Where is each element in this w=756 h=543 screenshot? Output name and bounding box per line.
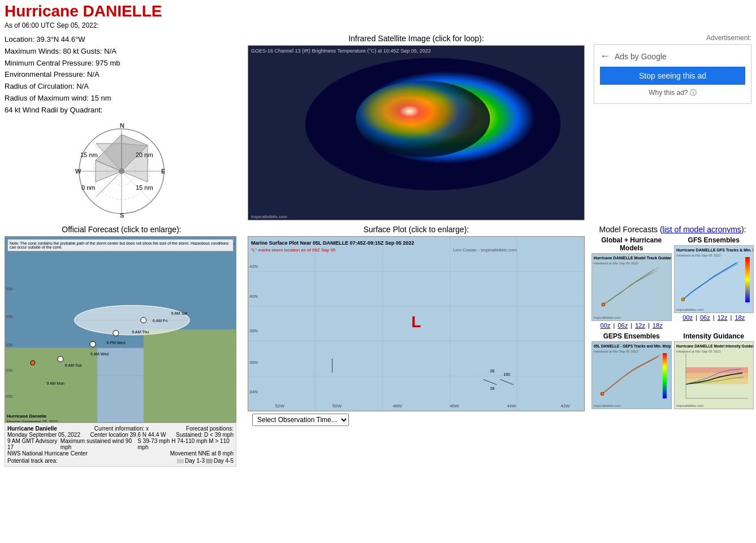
svg-point-31 (31, 360, 35, 365)
model-acronyms-link[interactable]: list of model acronyms (663, 225, 741, 234)
satellite-image[interactable]: GOES-16 Channel 13 (IR) Brightness Tempe… (248, 45, 585, 220)
gfs-image[interactable]: Hurricane DANIELLE GFS Tracks & Min. MSL… (674, 245, 754, 313)
forecast-movement: Movement NNE at 8 mph (170, 450, 234, 457)
ad-back-arrow[interactable]: ← (600, 50, 610, 62)
svg-text:160: 160 (503, 372, 510, 376)
gfs-col: GFS Ensembles Hurricane DANIELLE GFS Tra… (674, 236, 754, 329)
intensity-svg: Hurricane DANIELLE Model Intensity Guida… (675, 342, 754, 409)
svg-text:tropicaltidbits.com: tropicaltidbits.com (594, 404, 621, 407)
svg-text:28: 28 (490, 369, 495, 373)
track-area-label: Potential track area: (7, 458, 58, 464)
svg-text:Monday September 05, 2022: Monday September 05, 2022 (7, 420, 58, 422)
timestamp: As of 06:00 UTC Sep 05, 2022: (5, 21, 751, 29)
surface-title: Surface Plot (click to enlarge): (248, 225, 585, 234)
svg-text:L: L (411, 313, 421, 331)
gfs-18z[interactable]: 18z (735, 314, 745, 321)
svg-text:52W: 52W (275, 403, 285, 409)
svg-text:40N: 40N (249, 294, 258, 299)
svg-text:42W: 42W (560, 403, 570, 409)
svg-text:tropicaltidbits.com: tropicaltidbits.com (676, 404, 703, 407)
storm-info: Location: 39.3°N 44.6°W Maximum Winds: 8… (5, 34, 239, 116)
compass-svg: N S E W 15 nm 20 nm 0 nm 15 nm (74, 123, 170, 219)
global-18z[interactable]: 18z (653, 322, 663, 329)
surface-svg: L Marine Surface Plot Near 05L DANIELLE … (248, 237, 584, 411)
global-00z[interactable]: 00z (601, 322, 611, 329)
svg-text:E: E (161, 168, 165, 175)
forecast-center: Center location 39.6 N 44.4 W (90, 432, 166, 438)
intensity-col: Intensity Guidance Hurricane DANIELLE Mo… (674, 332, 754, 409)
satellite-col: Infrared Satellite Image (click for loop… (243, 32, 589, 223)
svg-point-95 (681, 298, 685, 301)
svg-text:N: N (120, 123, 124, 129)
svg-text:28: 28 (490, 386, 495, 390)
svg-text:48W: 48W (392, 403, 402, 409)
svg-rect-94 (745, 257, 750, 302)
forecast-current-label: Current information: x (94, 425, 149, 432)
intensity-image[interactable]: Hurricane DANIELLE Model Intensity Guida… (674, 341, 754, 409)
svg-rect-100 (663, 353, 667, 398)
stop-ad-button[interactable]: Stop seeing this ad (600, 67, 745, 85)
ad-col: Advertisement: ← Ads by Google Stop seei… (589, 32, 756, 223)
gfs-00z[interactable]: 00z (682, 314, 693, 321)
svg-text:15 nm: 15 nm (80, 151, 98, 158)
satellite-svg: GOES-16 Channel 13 (IR) Brightness Tempe… (248, 46, 584, 220)
surface-plot-image[interactable]: L Marine Surface Plot Near 05L DANIELLE … (248, 236, 585, 411)
env-pressure: Environmental Pressure: N/A (5, 69, 239, 81)
page-header: Hurricane DANIELLE As of 06:00 UTC Sep 0… (0, 0, 756, 32)
svg-point-32 (58, 356, 63, 362)
svg-text:34N: 34N (249, 389, 258, 394)
geps-svg: 05L DANIELLE - GEPS Tracks and Min. Mslp… (592, 342, 671, 409)
gfs-svg: Hurricane DANIELLE GFS Tracks & Min. MSL… (675, 246, 754, 312)
svg-text:38N: 38N (249, 328, 258, 333)
svg-text:46W: 46W (450, 403, 459, 409)
surface-col: Surface Plot (click to enlarge): (243, 223, 589, 469)
global-06z[interactable]: 06z (618, 322, 628, 329)
svg-text:05L DANIELLE - GEPS Tracks and: 05L DANIELLE - GEPS Tracks and Min. Mslp… (594, 344, 671, 349)
svg-text:35N: 35N (6, 368, 13, 372)
svg-text:6 AM Sat: 6 AM Sat (171, 311, 187, 315)
page-wrapper: Hurricane DANIELLE As of 06:00 UTC Sep 0… (0, 0, 756, 469)
max-winds: Maximum Winds: 80 kt Gusts: N/A (5, 46, 239, 58)
svg-text:6 AM Wed: 6 AM Wed (90, 352, 109, 356)
forecast-svg: Note: The cone contains the probable pat… (5, 237, 236, 422)
forecast-positions-label: Forecast positions: (186, 425, 234, 432)
svg-point-34 (113, 331, 119, 336)
obs-time-select[interactable]: Select Observation Time... (252, 414, 349, 426)
svg-text:Hurricane DANIELLE Model Inten: Hurricane DANIELLE Model Intensity Guida… (676, 344, 754, 349)
geps-image[interactable]: 05L DANIELLE - GEPS Tracks and Min. Mslp… (591, 341, 672, 409)
svg-text:6 AM Thu: 6 AM Thu (132, 330, 149, 334)
global-12z[interactable]: 12z (635, 322, 645, 329)
model-title: Model Forecasts (list of model acronyms)… (591, 225, 754, 234)
svg-text:9 AM Mon: 9 AM Mon (46, 381, 64, 385)
svg-text:Initialized at 06z Sep 05 2022: Initialized at 06z Sep 05 2022 (676, 350, 721, 353)
svg-point-33 (90, 341, 96, 347)
svg-text:36N: 36N (249, 360, 258, 365)
forecast-advisory: 9 AM GMT Advisory 17 (7, 438, 61, 450)
day1-3: Day 1-3 (185, 458, 205, 464)
satellite-title[interactable]: Infrared Satellite Image (click for loop… (248, 34, 585, 43)
svg-text:tropicaltidbits.com: tropicaltidbits.com (676, 308, 703, 311)
forecast-title: Official Forecast (click to enlarge): (5, 225, 239, 234)
svg-text:6 AM Fri: 6 AM Fri (153, 319, 168, 323)
ad-label: Advertisement: (594, 34, 751, 42)
global-track-image[interactable]: Hurricane DANIELLE Model Track Guidance … (591, 253, 672, 321)
storm-info-col: Location: 39.3°N 44.6°W Maximum Winds: 8… (0, 32, 243, 223)
min-pressure: Minimum Central Pressure: 975 mb (5, 58, 239, 69)
svg-point-12 (119, 168, 124, 174)
model-col: Model Forecasts (list of model acronyms)… (589, 223, 756, 469)
svg-text:Initialized at 06z Sep 05 2022: Initialized at 06z Sep 05 2022 (676, 254, 721, 257)
forecast-agency: NWS National Hurricane Center (7, 450, 88, 457)
global-title: Global + Hurricane Models (591, 236, 672, 252)
svg-text:Levi Cowan - tropicaltidbits.c: Levi Cowan - tropicaltidbits.com (453, 247, 517, 253)
svg-text:55N: 55N (6, 394, 13, 398)
svg-point-101 (601, 392, 604, 396)
location: Location: 39.3°N 44.6°W (5, 34, 239, 46)
why-ad[interactable]: Why this ad? ⓘ (600, 88, 745, 98)
svg-text:tropicaltidbits.com: tropicaltidbits.com (594, 316, 621, 319)
forecast-image[interactable]: Note: The cone contains the probable pat… (5, 236, 236, 423)
gfs-06z[interactable]: 06z (700, 314, 710, 321)
gfs-12z[interactable]: 12z (718, 314, 728, 321)
forecast-legend: Hurricane Danielle Current information: … (5, 423, 236, 467)
svg-text:6 AM Tue: 6 AM Tue (65, 363, 82, 367)
svg-text:Hurricane Danielle: Hurricane Danielle (7, 414, 47, 419)
